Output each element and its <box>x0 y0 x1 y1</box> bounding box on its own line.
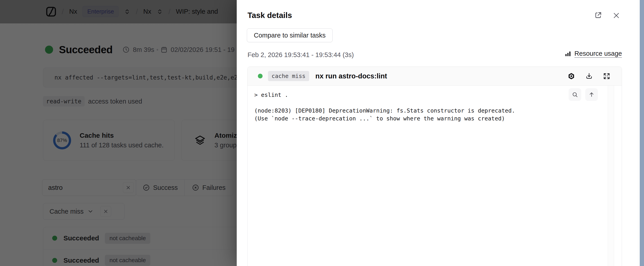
resource-usage-link[interactable]: Resource usage <box>564 50 622 57</box>
terminal-actions <box>567 72 610 80</box>
terminal-line <box>254 99 595 107</box>
modal-title: Task details <box>248 11 292 20</box>
download-log-button[interactable] <box>585 72 593 80</box>
terminal-output: > eslint . (node:8203) [DEP0180] Depreca… <box>248 86 622 266</box>
task-time-range: Feb 2, 2026 19:53:41 - 19:53:44 (3s) <box>248 51 354 59</box>
download-icon <box>585 72 593 80</box>
fullscreen-button[interactable] <box>603 72 610 80</box>
page-scrollbar-thumb[interactable] <box>640 0 644 266</box>
expand-icon <box>603 72 610 80</box>
task-details-modal: Task details Compare to similar tasks Fe… <box>237 0 638 266</box>
open-in-full-page-button[interactable] <box>594 11 602 19</box>
terminal-line: (Use `node --trace-deprecation ...` to s… <box>254 115 595 123</box>
pretty-output-toggle-button[interactable] <box>567 72 575 80</box>
task-name: nx run astro-docs:lint <box>316 72 387 80</box>
search-icon <box>572 91 578 98</box>
terminal-header: cache miss nx run astro-docs:lint <box>248 67 622 86</box>
cache-miss-badge: cache miss <box>268 71 309 81</box>
terminal-scrollbar[interactable] <box>608 86 614 266</box>
close-icon <box>612 12 620 19</box>
terminal-line: > eslint . <box>254 91 595 99</box>
page-scrollbar[interactable] <box>638 0 644 266</box>
search-log-button[interactable] <box>568 88 581 101</box>
status-dot <box>258 74 262 78</box>
arrow-up-icon <box>588 91 595 98</box>
resource-usage-label: Resource usage <box>574 50 622 57</box>
eye-hexagon-icon <box>567 72 575 80</box>
terminal-float-actions <box>568 88 598 101</box>
bar-chart-icon <box>564 50 571 57</box>
close-modal-button[interactable] <box>612 12 620 19</box>
scroll-to-top-button[interactable] <box>585 88 598 101</box>
terminal-panel: cache miss nx run astro-docs:lint <box>247 66 622 266</box>
terminal-line: (node:8203) [DEP0180] DeprecationWarning… <box>254 107 595 115</box>
external-link-icon <box>594 11 602 19</box>
compare-tasks-button[interactable]: Compare to similar tasks <box>247 28 332 42</box>
